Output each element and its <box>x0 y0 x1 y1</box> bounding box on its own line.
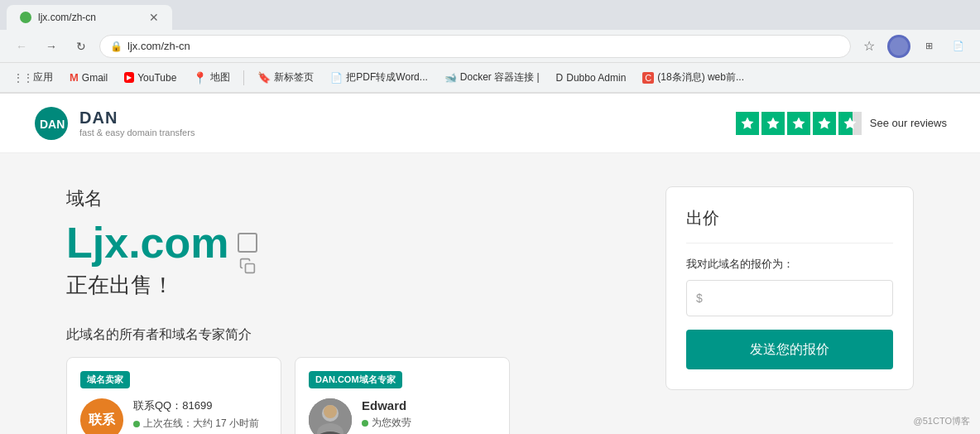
star-1 <box>736 112 759 135</box>
youtube-icon: ▶ <box>124 72 134 83</box>
seller-online-status: 上次在线：大约 17 小时前 <box>133 417 267 431</box>
bookmark-dubbo[interactable]: D Dubbo Admin <box>550 69 633 87</box>
bookmark-web-label: (18条消息) web前... <box>657 70 744 84</box>
svg-text:DAN: DAN <box>40 118 65 131</box>
bookmark-maps-label: 地图 <box>210 70 230 84</box>
web-icon: C <box>642 72 654 84</box>
bookmark-gmail[interactable]: M Gmail <box>63 68 114 87</box>
bookmark-separator <box>243 70 244 85</box>
bookmark-docker[interactable]: 🐋 Docker 容器连接 | <box>438 67 546 88</box>
expert-card-content: Edward 为您效劳 "我热爱在为买家和卖家搭建桥梁过程中所感受到的人性的一面… <box>309 398 496 434</box>
bookmark-newtab[interactable]: 🔖 新标签页 <box>251 67 320 88</box>
expert-badge: DAN.COM域名专家 <box>309 371 402 388</box>
tab-title: ljx.com/zh-cn <box>38 12 96 23</box>
bookmark-apps-label: 应用 <box>33 70 53 84</box>
docker-icon: 🐋 <box>444 72 457 84</box>
star-2 <box>761 112 785 135</box>
bookmark-web[interactable]: C (18条消息) web前... <box>636 67 751 88</box>
expert-name: Edward <box>362 398 496 412</box>
left-content: 域名 Ljx.com 正在出售！ 此域名的所有者和域名专家简介 域名卖家 联系 <box>66 186 563 434</box>
browser-toolbar: ← → ↻ 🔒 ljx.com/zh-cn ☆ ⊞ 📄 <box>0 30 980 63</box>
bookmark-apps[interactable]: ⋮⋮ 应用 <box>10 67 60 88</box>
address-bar[interactable]: 🔒 ljx.com/zh-cn <box>99 35 851 58</box>
logo-dan-text: DAN <box>79 108 195 128</box>
browser-chrome: ljx.com/zh-cn ✕ ← → ↻ 🔒 ljx.com/zh-cn ☆ … <box>0 0 980 94</box>
owner-section-title: 此域名的所有者和域名专家简介 <box>66 326 563 344</box>
domain-label: 域名 <box>66 186 563 211</box>
tab-favicon <box>20 12 31 23</box>
bookmark-dubbo-label: Dubbo Admin <box>566 72 626 84</box>
maps-icon: 📍 <box>193 71 207 84</box>
bid-input[interactable] <box>686 280 893 316</box>
site-header: DAN DAN fast & easy domain transfers <box>0 94 980 153</box>
address-text: ljx.com/zh-cn <box>127 40 190 52</box>
bookmark-youtube-label: YouTube <box>137 72 176 84</box>
seller-qq: 联系QQ：81699 <box>133 398 267 413</box>
bookmark-gmail-label: Gmail <box>82 72 108 84</box>
dubbo-icon: D <box>556 72 564 84</box>
bid-label: 我对此域名的报价为： <box>686 257 893 272</box>
domain-name-text: Ljx.com <box>66 218 229 268</box>
watermark: @51CTO博客 <box>914 415 970 427</box>
role-dot <box>362 420 368 427</box>
svg-rect-2 <box>245 264 254 273</box>
browser-tabs: ljx.com/zh-cn ✕ <box>0 0 980 30</box>
dan-logo: DAN <box>33 105 70 142</box>
domain-for-sale: 正在出售！ <box>66 271 563 300</box>
site-main: 域名 Ljx.com 正在出售！ 此域名的所有者和域名专家简介 域名卖家 联系 <box>0 153 980 434</box>
seller-card: 域名卖家 联系 联系QQ：81699 上次在线：大约 17 小时前 会籍始于20… <box>66 357 281 434</box>
bid-submit-button[interactable]: 发送您的报价 <box>686 330 893 369</box>
bookmark-newtab-label: 新标签页 <box>274 70 314 84</box>
expert-card-info: Edward 为您效劳 "我热爱在为买家和卖家搭建桥梁过程中所感受到的人性的一面… <box>362 398 496 434</box>
bid-panel: 出价 我对此域名的报价为： $ 发送您的报价 <box>665 186 914 390</box>
seller-online-text: 上次在线：大约 17 小时前 <box>143 417 259 431</box>
bookmark-pdf-label: 把PDF转成Word... <box>346 70 427 84</box>
dollar-sign: $ <box>696 292 703 305</box>
newtab-icon: 🔖 <box>257 71 271 84</box>
seller-card-info: 联系QQ：81699 上次在线：大约 17 小时前 会籍始于2019 大约 3 … <box>133 398 267 434</box>
logo-text-area: DAN fast & easy domain transfers <box>79 108 195 137</box>
trustpilot-area[interactable]: See our reviews <box>736 112 947 135</box>
seller-badge: 域名卖家 <box>80 371 130 388</box>
forward-button[interactable]: → <box>40 35 63 58</box>
apps-icon: ⋮⋮ <box>17 71 30 84</box>
bookmark-star-button[interactable]: ☆ <box>858 35 881 58</box>
seller-avatar-text: 联系 <box>89 412 115 429</box>
tab-close-button[interactable]: ✕ <box>149 11 159 24</box>
bookmark-youtube[interactable]: ▶ YouTube <box>118 69 183 87</box>
reload-button[interactable]: ↻ <box>70 35 93 58</box>
reader-mode-button[interactable]: 📄 <box>947 35 970 58</box>
gmail-icon: M <box>70 71 79 84</box>
active-tab[interactable]: ljx.com/zh-cn ✕ <box>7 5 172 30</box>
logo-tagline: fast & easy domain transfers <box>79 128 195 137</box>
cards-row: 域名卖家 联系 联系QQ：81699 上次在线：大约 17 小时前 会籍始于20… <box>66 357 563 434</box>
see-reviews-label: See our reviews <box>870 117 947 129</box>
domain-name: Ljx.com <box>66 218 563 268</box>
pdf-icon: 📄 <box>330 72 343 84</box>
svg-point-6 <box>324 405 337 418</box>
bookmark-maps[interactable]: 📍 地图 <box>186 67 237 88</box>
lock-icon: 🔒 <box>110 41 122 52</box>
extensions-button[interactable]: ⊞ <box>917 35 940 58</box>
bookmark-pdf[interactable]: 📄 把PDF转成Word... <box>324 67 434 88</box>
account-button[interactable] <box>887 35 910 58</box>
star-4 <box>813 112 836 135</box>
expert-avatar <box>309 398 352 434</box>
bookmarks-bar: ⋮⋮ 应用 M Gmail ▶ YouTube 📍 地图 🔖 新标签页 📄 把P… <box>0 63 980 93</box>
trustpilot-stars <box>736 112 862 135</box>
expert-role: 为您效劳 <box>362 416 496 430</box>
star-5 <box>838 112 862 135</box>
copy-icon[interactable] <box>238 233 257 253</box>
back-button[interactable]: ← <box>10 35 33 58</box>
expert-role-text: 为您效劳 <box>372 416 411 430</box>
seller-avatar: 联系 <box>80 398 123 434</box>
star-3 <box>787 112 810 135</box>
account-avatar <box>890 37 908 55</box>
bid-input-wrap: $ <box>686 280 893 316</box>
logo-area[interactable]: DAN DAN fast & easy domain transfers <box>33 105 195 142</box>
bid-title: 出价 <box>686 207 893 244</box>
seller-card-content: 联系 联系QQ：81699 上次在线：大约 17 小时前 会籍始于2019 大约… <box>80 398 267 434</box>
bookmark-docker-label: Docker 容器连接 | <box>460 70 540 84</box>
expert-card: DAN.COM域名专家 Edwar <box>295 357 510 434</box>
online-dot <box>133 421 140 427</box>
